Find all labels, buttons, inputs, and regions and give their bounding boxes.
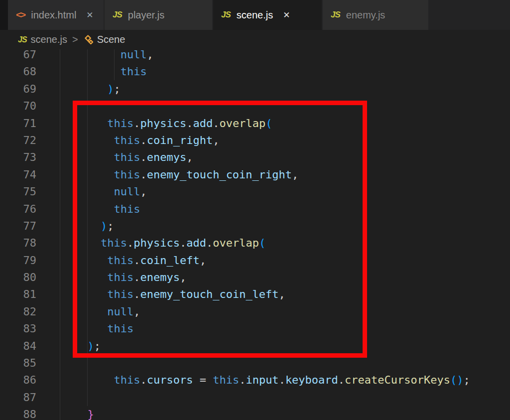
line-number[interactable]: 80 [0, 269, 36, 286]
code-line-75[interactable]: 75 null, [0, 183, 510, 200]
line-number[interactable]: 69 [0, 81, 36, 98]
js-file-icon: JS [18, 35, 27, 44]
line-number[interactable]: 88 [0, 406, 36, 420]
line-number[interactable]: 74 [0, 166, 36, 183]
code-line-78[interactable]: 78 this.physics.add.overlap( [0, 235, 510, 252]
code-text[interactable]: this.enemys, [48, 149, 193, 166]
code-line-69[interactable]: 69 ); [0, 81, 510, 98]
code-line-70[interactable]: 70 [0, 98, 510, 115]
line-number[interactable]: 87 [0, 389, 36, 406]
code-line-73[interactable]: 73 this.enemys, [0, 149, 510, 166]
code-line-84[interactable]: 84 ); [0, 338, 510, 355]
code-text[interactable]: this.enemys, [48, 269, 186, 286]
code-text[interactable]: } [48, 406, 94, 420]
code-line-76[interactable]: 76 this [0, 201, 510, 218]
code-text[interactable]: null, [48, 303, 140, 320]
line-number[interactable]: 77 [0, 218, 36, 235]
code-line-74[interactable]: 74 this.enemy_touch_coin_right, [0, 166, 510, 183]
code-text[interactable]: ); [48, 338, 101, 355]
chevron-right-icon: > [72, 34, 78, 45]
editor-pane: 67 null,68 this69 );7071 this.physics.ad… [0, 0, 510, 420]
line-number[interactable]: 86 [0, 372, 36, 389]
line-number[interactable]: 71 [0, 115, 36, 132]
code-text[interactable]: ); [48, 81, 121, 98]
code-line-85[interactable]: 85 [0, 355, 510, 372]
code-line-72[interactable]: 72 this.coin_right, [0, 132, 510, 149]
code-text[interactable]: this.physics.add.overlap( [48, 235, 265, 252]
code-line-68[interactable]: 68 this [0, 63, 510, 80]
line-number[interactable]: 75 [0, 183, 36, 200]
code-text[interactable]: this [48, 320, 133, 337]
code-line-79[interactable]: 79 this.coin_left, [0, 252, 510, 269]
breadcrumb-file[interactable]: scene.js [31, 34, 67, 45]
code-text[interactable]: this.coin_left, [48, 252, 206, 269]
line-number[interactable]: 84 [0, 338, 36, 355]
line-number[interactable]: 79 [0, 252, 36, 269]
code-line-77[interactable]: 77 ); [0, 218, 510, 235]
code-line-81[interactable]: 81 this.enemy_touch_coin_left, [0, 286, 510, 303]
code-text[interactable]: this [48, 63, 147, 80]
code-text[interactable]: this.physics.add.overlap( [48, 115, 272, 132]
line-number[interactable]: 70 [0, 98, 36, 115]
line-number[interactable]: 78 [0, 235, 36, 252]
line-number[interactable]: 76 [0, 201, 36, 218]
line-number[interactable]: 85 [0, 355, 36, 372]
line-number[interactable]: 83 [0, 320, 36, 337]
code-text[interactable]: this [48, 201, 140, 218]
code-lines[interactable]: 67 null,68 this69 );7071 this.physics.ad… [0, 46, 510, 420]
code-line-80[interactable]: 80 this.enemys, [0, 269, 510, 286]
code-line-88[interactable]: 88 } [0, 406, 510, 420]
breadcrumb: JS scene.js > Scene [0, 30, 510, 49]
code-text[interactable]: this.cursors = this.input.keyboard.creat… [48, 372, 470, 389]
code-text[interactable]: this.enemy_touch_coin_left, [48, 286, 285, 303]
line-number[interactable]: 68 [0, 63, 36, 80]
code-text[interactable]: this.enemy_touch_coin_right, [48, 166, 298, 183]
code-editor-window: 67 null,68 this69 );7071 this.physics.ad… [0, 0, 510, 420]
breadcrumb-symbol[interactable]: Scene [97, 34, 126, 45]
line-number[interactable]: 72 [0, 132, 36, 149]
code-line-86[interactable]: 86 this.cursors = this.input.keyboard.cr… [0, 372, 510, 389]
code-text[interactable]: null, [48, 183, 147, 200]
code-line-71[interactable]: 71 this.physics.add.overlap( [0, 115, 510, 132]
line-number[interactable]: 81 [0, 286, 36, 303]
code-line-87[interactable]: 87 [0, 389, 510, 406]
line-number[interactable]: 73 [0, 149, 36, 166]
code-line-83[interactable]: 83 this [0, 320, 510, 337]
code-text[interactable]: this.coin_right, [48, 132, 219, 149]
line-number[interactable]: 82 [0, 303, 36, 320]
code-text[interactable]: ); [48, 218, 114, 235]
symbol-class-icon [83, 34, 94, 45]
code-line-82[interactable]: 82 null, [0, 303, 510, 320]
